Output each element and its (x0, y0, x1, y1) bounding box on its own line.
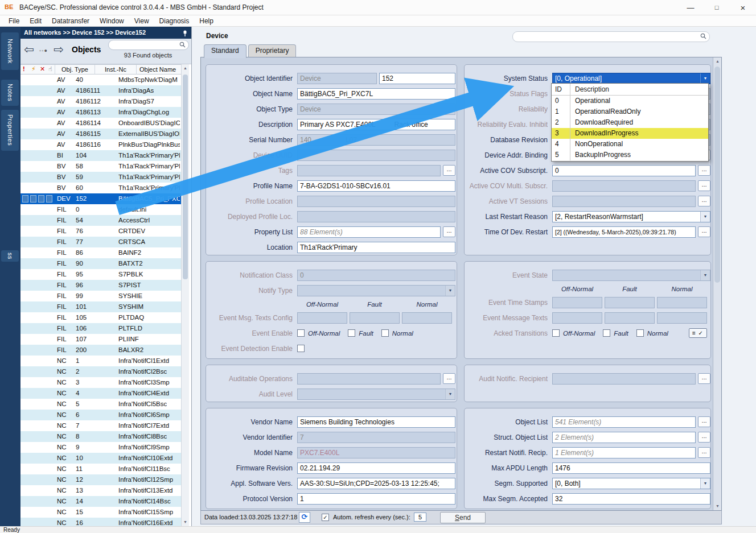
object-row[interactable]: AV4186114OnboardIBUS'DiagIC (20, 118, 181, 129)
object-row[interactable]: BV58Th1a'Rack'Primary'Pl (20, 161, 181, 172)
object-row[interactable]: FIL76CRTDEV (20, 226, 181, 237)
device-panel-scrollbar[interactable]: ▲ ▼ (713, 57, 721, 510)
max-apdu-length-input[interactable]: 1476 (552, 462, 710, 474)
scroll-up-icon[interactable]: ▲ (714, 57, 721, 65)
scroll-down-icon[interactable]: ▼ (182, 518, 189, 526)
object-row[interactable]: AV4186113Infra'DiagChgLog (20, 107, 181, 118)
event-detection-enable-checkbox[interactable] (297, 345, 305, 352)
object-row[interactable]: BV60Th1a'Rack'Primary'Pl (20, 183, 181, 193)
table-header-icon-2[interactable]: ✕ (40, 65, 45, 73)
system-status-select[interactable]: [0, Operational]▼ (552, 73, 710, 84)
menu-item-view[interactable]: View (129, 17, 154, 25)
object-row[interactable]: FIL107PLIINF (20, 334, 181, 345)
event-msg-texts-config-input[interactable] (402, 312, 452, 324)
active-vt-sessions-ellipsis-button[interactable]: ... (698, 196, 710, 206)
vendor-identifier-input[interactable]: 7 (297, 432, 455, 443)
time-of-dev-restart-input[interactable]: [2] ((Wednesday, 5-March-2025),09:39:21.… (552, 226, 696, 238)
object-row[interactable]: FIL101SYSHIM (20, 301, 181, 312)
dropdown-option-backupinprogress[interactable]: 5BackupInProgress (552, 150, 708, 160)
location-input[interactable]: Th1a'Rack'Primary (297, 242, 455, 253)
event-message-texts-input[interactable] (605, 312, 655, 324)
refresh-button[interactable]: ⟳ (299, 512, 310, 523)
dropdown-option-operationalreadonly[interactable]: 1OperationalReadOnly (552, 106, 708, 117)
device-uuid-input[interactable] (297, 150, 455, 161)
event-time-stamps-input[interactable] (552, 297, 602, 308)
menu-item-edit[interactable]: Edit (24, 17, 47, 25)
menu-item-file[interactable]: File (3, 17, 24, 25)
description-input[interactable]: Primary AS PXC7.E400L Rack office (297, 119, 455, 130)
object-row[interactable]: NC1Infra'NotifCl1Extd (20, 356, 181, 366)
object-list-input[interactable]: 541 Element(s) (552, 416, 696, 428)
column-header-obj-type[interactable]: Obj. Type (55, 65, 94, 75)
event-message-texts-input[interactable] (657, 312, 707, 324)
maximize-button[interactable]: □ (704, 0, 730, 15)
time-of-dev-restart-ellipsis-button[interactable]: ... (698, 226, 710, 237)
model-name-input[interactable]: PXC7.E400L (297, 447, 455, 458)
object-row[interactable]: AV4186112Infra'DiagS7 (20, 96, 181, 107)
event-time-stamps-input[interactable] (605, 297, 655, 308)
objects-search-input[interactable] (108, 40, 189, 50)
deployed-profile-loc-input[interactable] (297, 211, 455, 222)
property-list-input[interactable]: 88 Element(s) (297, 226, 441, 238)
object-row[interactable]: NC7Infra'NotifCl7Extd (20, 420, 181, 431)
back-button[interactable]: ⇦ (24, 43, 34, 55)
acked-transitions-checkbox-off-normal[interactable] (552, 329, 560, 337)
object-row[interactable]: BV59Th1a'Rack'Primary'Pl (20, 172, 181, 183)
object-name-input[interactable]: BättigBAC5_Pri_PXC7L (297, 88, 455, 100)
restart-notifi-recip-input[interactable]: 1 Element(s) (552, 447, 696, 458)
event-state-select[interactable]: ▼ (552, 270, 710, 281)
object-row[interactable]: NC13Infra'NotifCl13Extd (20, 485, 181, 496)
property-list-ellipsis-button[interactable]: ... (443, 226, 455, 237)
acked-transitions-checkbox-normal[interactable] (636, 329, 644, 337)
object-row[interactable]: NC11Infra'NotifCl11Bsc (20, 464, 181, 474)
menu-item-diagnosis[interactable]: Diagnosis (154, 17, 195, 25)
object-row[interactable]: DEV152BättigBAC5_Pri_PXC7 (20, 193, 181, 204)
tags-input[interactable] (297, 165, 441, 176)
audit-notific-recipient-input[interactable] (552, 373, 696, 385)
event-enable-checkbox-normal[interactable] (381, 329, 389, 337)
active-cov-multi-subscr-ellipsis-button[interactable]: ... (698, 180, 710, 191)
dropdown-option-downloadinprogress[interactable]: 3DownloadInProgress (552, 128, 708, 139)
minimize-button[interactable]: — (677, 0, 704, 15)
object-row[interactable]: NC6Infra'NotifCl6Smp (20, 410, 181, 420)
restart-notifi-recip-ellipsis-button[interactable]: ... (698, 447, 710, 458)
active-vt-sessions-input[interactable] (552, 196, 696, 207)
object-row[interactable]: FIL0default.ini (20, 204, 181, 215)
notification-class-input[interactable]: 0 (297, 270, 455, 281)
audit-notific-recipient-ellipsis-button[interactable]: ... (698, 373, 710, 384)
event-message-texts-input[interactable] (552, 312, 602, 324)
scroll-down-icon[interactable]: ▼ (714, 502, 721, 510)
object-row[interactable]: AV4186111Infra'DiagAs (20, 85, 181, 96)
notify-type-select[interactable]: ▼ (297, 285, 455, 296)
side-tab-ss[interactable]: ss (1, 250, 19, 262)
event-msg-texts-config-input[interactable] (297, 312, 347, 324)
autorefresh-interval-input[interactable]: 5 (414, 513, 426, 522)
scroll-up-icon[interactable]: ▲ (182, 64, 189, 72)
side-tab-notes[interactable]: Notes (1, 80, 19, 106)
segm-supported-select[interactable]: [0, Both]▼ (552, 478, 710, 489)
scrollbar-thumb[interactable] (714, 67, 720, 283)
object-row[interactable]: AV4186116PlnkBus'DiagPlnkBus (20, 139, 181, 150)
profile-location-input[interactable] (297, 196, 455, 207)
object-row[interactable]: FIL99SYSHIE (20, 291, 181, 301)
appl-software-vers-input[interactable]: AAS-30:SU=SiUn;CPD=2025-03-13 12:25:45; (297, 478, 455, 489)
object-row[interactable]: AV4186115ExternalIBUS'DiagIOE (20, 129, 181, 139)
autorefresh-checkbox[interactable]: ✓ (322, 514, 329, 521)
object-row[interactable]: AV40MdbsTcpNwk'DiagM (20, 75, 181, 85)
active-cov-subscript-ellipsis-button[interactable]: ... (698, 165, 710, 176)
table-header-icon-1[interactable]: ⚡ (31, 65, 36, 73)
object-row[interactable]: NC9Infra'NotifCl9Smp (20, 442, 181, 453)
object-type-input[interactable]: Device (297, 104, 455, 115)
object-row[interactable]: NC15Infra'NotifCl15Smp (20, 507, 181, 518)
event-time-stamps-input[interactable] (657, 297, 707, 308)
max-segm-accepted-input[interactable]: 32 (552, 493, 710, 505)
side-tab-network[interactable]: Network (1, 32, 19, 70)
object-table-scrollbar[interactable]: ▲ ▼ (181, 64, 189, 526)
profile-name-input[interactable]: 7-BA-G2DS1-010-SBCv16.01 (297, 180, 455, 192)
last-restart-reason-select[interactable]: [2, RestartReasonWarmstart]▼ (552, 211, 710, 222)
send-button[interactable]: Send (440, 512, 486, 523)
device-search-input[interactable] (512, 31, 710, 42)
protocol-version-input[interactable]: 1 (297, 493, 455, 505)
object-row[interactable]: NC5Infra'NotifCl5Bsc (20, 399, 181, 410)
table-header-icon-3[interactable]: ☝ (48, 65, 52, 73)
